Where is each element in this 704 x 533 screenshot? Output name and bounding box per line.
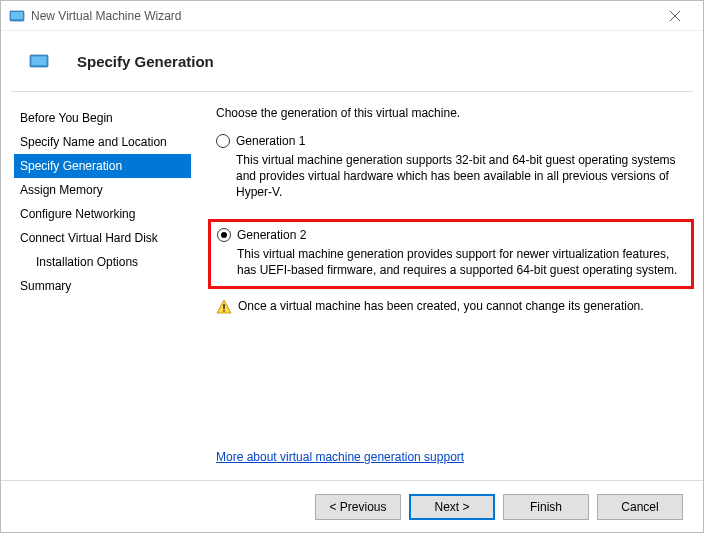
step-installation-options[interactable]: Installation Options <box>14 250 191 274</box>
cancel-button[interactable]: Cancel <box>597 494 683 520</box>
step-summary[interactable]: Summary <box>14 274 191 298</box>
svg-rect-7 <box>223 310 225 312</box>
wizard-steps: Before You Begin Specify Name and Locati… <box>1 92 191 480</box>
next-button[interactable]: Next > <box>409 494 495 520</box>
svg-rect-1 <box>11 12 23 19</box>
more-info-link[interactable]: More about virtual machine generation su… <box>216 450 688 464</box>
step-connect-disk[interactable]: Connect Virtual Hard Disk <box>14 226 191 250</box>
wizard-content: Choose the generation of this virtual ma… <box>191 92 703 480</box>
wizard-footer: < Previous Next > Finish Cancel <box>1 480 703 532</box>
step-specify-generation[interactable]: Specify Generation <box>14 154 191 178</box>
warning-icon <box>216 299 232 315</box>
page-title: Specify Generation <box>77 53 214 70</box>
svg-rect-5 <box>32 57 47 66</box>
generation-2-option[interactable]: Generation 2 This virtual machine genera… <box>217 228 683 278</box>
highlighted-selection: Generation 2 This virtual machine genera… <box>208 219 694 289</box>
svg-rect-6 <box>223 304 225 309</box>
generation-2-label: Generation 2 <box>237 228 306 242</box>
radio-icon <box>217 228 231 242</box>
warning-text: Once a virtual machine has been created,… <box>238 299 644 313</box>
wizard-body: Before You Begin Specify Name and Locati… <box>1 92 703 480</box>
previous-button[interactable]: < Previous <box>315 494 401 520</box>
generation-1-label: Generation 1 <box>236 134 305 148</box>
generation-1-option[interactable]: Generation 1 This virtual machine genera… <box>216 134 688 211</box>
wizard-window: New Virtual Machine Wizard Specify Gener… <box>0 0 704 533</box>
step-specify-name[interactable]: Specify Name and Location <box>14 130 191 154</box>
close-icon <box>670 11 680 21</box>
step-assign-memory[interactable]: Assign Memory <box>14 178 191 202</box>
header-icon <box>29 53 49 69</box>
instruction-text: Choose the generation of this virtual ma… <box>216 106 688 120</box>
finish-button[interactable]: Finish <box>503 494 589 520</box>
wizard-header: Specify Generation <box>1 31 703 91</box>
step-before-you-begin[interactable]: Before You Begin <box>14 106 191 130</box>
close-button[interactable] <box>655 2 695 30</box>
generation-2-description: This virtual machine generation provides… <box>237 246 683 278</box>
warning: Once a virtual machine has been created,… <box>216 299 688 315</box>
radio-icon <box>216 134 230 148</box>
step-configure-networking[interactable]: Configure Networking <box>14 202 191 226</box>
window-title: New Virtual Machine Wizard <box>31 9 655 23</box>
generation-1-description: This virtual machine generation supports… <box>236 152 688 201</box>
titlebar: New Virtual Machine Wizard <box>1 1 703 31</box>
app-icon <box>9 8 25 24</box>
